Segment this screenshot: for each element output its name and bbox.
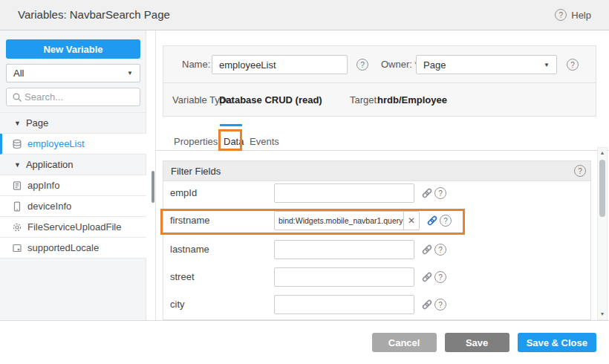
field-label: empId	[170, 183, 197, 203]
tree-item-label: FileServiceUploadFile	[27, 221, 121, 233]
chevron-down-icon: ▼	[14, 120, 21, 127]
bind-link-icon[interactable]	[421, 187, 433, 199]
empid-input[interactable]	[274, 183, 414, 203]
scroll-up-arrow-icon[interactable]: ▲	[598, 149, 607, 157]
field-help-icon[interactable]: ?	[434, 299, 446, 311]
sidebar-scrollbar-thumb[interactable]	[152, 171, 154, 203]
owner-help-icon[interactable]: ?	[567, 59, 579, 71]
cancel-button[interactable]: Cancel	[372, 333, 437, 352]
dialog-footer: Cancel Save Save & Close	[0, 320, 609, 364]
tree-item-label: deviceInfo	[27, 201, 71, 212]
filter-row-city: city ?	[163, 295, 590, 314]
field-help-icon[interactable]: ?	[434, 271, 446, 283]
owner-select-value: Page	[423, 59, 446, 71]
target-value: hrdb/Employee	[377, 83, 447, 117]
street-input[interactable]	[274, 267, 414, 287]
app-info-icon	[12, 181, 22, 191]
variables-dialog: Variables: NavbarSearch Page ? Help New …	[0, 0, 609, 364]
tab-bar-border	[156, 150, 609, 151]
scroll-down-arrow-icon[interactable]: ▼	[598, 310, 607, 319]
name-help-icon[interactable]: ?	[356, 59, 368, 71]
search-input[interactable]	[25, 88, 136, 105]
city-input[interactable]	[274, 295, 414, 314]
new-variable-button[interactable]: New Variable	[6, 39, 140, 59]
tree-group-page[interactable]: ▼ Page	[0, 113, 146, 134]
field-label: street	[170, 267, 195, 287]
chevron-down-icon: ▼	[127, 70, 133, 77]
filter-fields-header: Filter Fields ?	[163, 161, 590, 181]
database-icon	[12, 139, 22, 149]
tree-group-label: Application	[26, 159, 74, 170]
variable-summary-panel: Name:* ? Owner:* Page ▼ ? Variable Type:…	[163, 45, 596, 117]
content-scrollbar-thumb[interactable]	[599, 160, 605, 217]
tree-item-supportedlocale[interactable]: supportedLocale	[0, 238, 146, 259]
dialog-header: Variables: NavbarSearch Page ? Help	[0, 0, 609, 30]
sidebar-search	[6, 88, 140, 106]
tab-events[interactable]: Events	[250, 134, 279, 150]
tree-item-label: employeeList	[27, 138, 85, 149]
service-icon	[12, 222, 22, 233]
save-button[interactable]: Save	[445, 333, 509, 352]
tree-item-deviceinfo[interactable]: deviceInfo	[0, 196, 146, 217]
filter-row-empid: empId ?	[163, 183, 590, 203]
locale-icon	[12, 243, 22, 253]
active-tab-indicator	[220, 124, 242, 126]
tree-group-application[interactable]: ▼ Application	[0, 155, 146, 175]
save-and-close-button[interactable]: Save & Close	[518, 333, 596, 352]
filter-row-firstname: firstname bind:Widgets.mobile_navbar1.qu…	[163, 211, 590, 230]
field-help-icon[interactable]: ?	[440, 215, 452, 227]
tab-properties[interactable]: Properties	[174, 134, 218, 150]
content-scrollbar[interactable]: ▲ ▼	[597, 147, 608, 320]
help-label: Help	[571, 10, 591, 21]
tab-data[interactable]: Data	[224, 134, 244, 150]
bind-link-icon[interactable]	[421, 244, 433, 256]
type-target-row: Variable Type: Database CRUD (read) Targ…	[163, 83, 596, 117]
variable-type-filter-select[interactable]: All ▼	[6, 64, 140, 82]
chevron-down-icon: ▼	[14, 161, 21, 169]
tree-item-appinfo[interactable]: appInfo	[0, 175, 146, 196]
chevron-down-icon: ▼	[544, 62, 550, 68]
help-icon: ?	[555, 9, 567, 21]
filter-fields-panel: Filter Fields ? empId ? firstname bind:W…	[163, 160, 591, 320]
clear-binding-icon[interactable]: ✕	[403, 212, 419, 230]
device-info-icon	[12, 201, 22, 212]
tree-item-employeelist[interactable]: employeeList	[0, 134, 146, 155]
field-label: lastname	[170, 240, 209, 259]
lastname-input[interactable]	[274, 240, 414, 259]
owner-select[interactable]: Page ▼	[416, 55, 557, 74]
search-icon	[12, 92, 22, 103]
firstname-bind-input[interactable]: bind:Widgets.mobile_navbar1.query ✕	[274, 211, 420, 230]
page-title: Variables: NavbarSearch Page	[18, 0, 170, 30]
tree-group-label: Page	[26, 117, 48, 129]
tree-item-label: supportedLocale	[27, 242, 99, 253]
help-button[interactable]: ? Help	[555, 0, 591, 30]
bind-expression: bind:Widgets.mobile_navbar1.query	[275, 212, 403, 230]
bind-link-icon[interactable]	[421, 299, 433, 311]
field-help-icon[interactable]: ?	[434, 244, 446, 256]
name-owner-row: Name:* ? Owner:* Page ▼ ?	[163, 46, 596, 82]
field-label: city	[170, 295, 185, 314]
tree-item-label: appInfo	[27, 180, 59, 191]
filter-fields-help-icon[interactable]: ?	[574, 165, 586, 177]
field-help-icon[interactable]: ?	[434, 187, 446, 199]
name-input[interactable]	[212, 55, 348, 74]
bind-link-icon-active[interactable]	[426, 215, 438, 227]
variables-sidebar: New Variable All ▼ ▼ Page employee	[0, 30, 146, 320]
variable-type-value: Database CRUD (read)	[219, 83, 322, 117]
target-label: Target:	[350, 83, 380, 117]
filter-fields-title: Filter Fields	[171, 161, 221, 181]
field-label: firstname	[170, 211, 209, 230]
filter-row-lastname: lastname ?	[163, 240, 590, 259]
variable-type-filter-value: All	[13, 68, 24, 79]
tree-item-fileserviceuploadfile[interactable]: FileServiceUploadFile	[0, 217, 146, 238]
filter-row-street: street ?	[163, 267, 590, 287]
owner-label: Owner:*	[381, 46, 418, 82]
variable-detail-panel: Name:* ? Owner:* Page ▼ ? Variable Type:…	[155, 30, 609, 320]
variables-tree: ▼ Page employeeList ▼ Application	[0, 112, 146, 259]
bind-link-icon[interactable]	[421, 271, 433, 283]
